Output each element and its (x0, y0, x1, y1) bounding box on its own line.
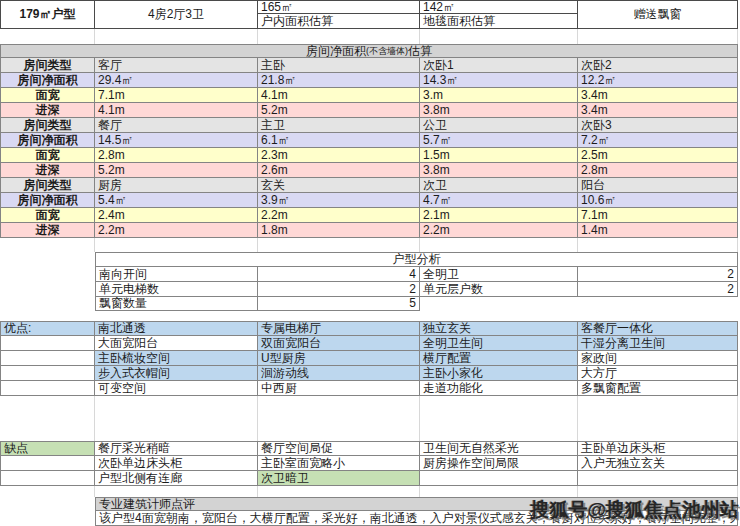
room-depth-cell: 3.8m (420, 103, 578, 118)
pros-item: 多飘窗配置 (578, 381, 738, 396)
pros-item: 中西厨 (258, 381, 420, 396)
room-width-cell: 2.2m (258, 208, 420, 223)
row-label-area: 房间净面积 (0, 193, 95, 208)
empty-cell (0, 351, 95, 366)
gridline (578, 396, 738, 441)
row-label-type: 房间类型 (0, 178, 95, 193)
cons-item: 次卫暗卫 (258, 471, 420, 486)
row-label-width: 面宽 (0, 208, 95, 223)
room-type-cell: 客厅 (95, 58, 258, 73)
room-depth-cell: 5.2m (258, 103, 420, 118)
room-width-cell: 4.1m (258, 88, 420, 103)
indoor-area-label-cell: 户内面积估算 (258, 14, 420, 29)
analysis-value-cell: 2 (578, 282, 738, 297)
analysis-label-cell: 南向开间 (95, 267, 258, 282)
room-area-cell: 4.7㎡ (420, 193, 578, 208)
pros-label-cell: 优点: (0, 321, 95, 336)
analysis-value-cell: 2 (258, 282, 420, 297)
room-type-cell: 主卫 (258, 118, 420, 133)
room-area-cell: 6.1㎡ (258, 133, 420, 148)
cons-item: 主卧单边床头柜 (578, 441, 738, 456)
cons-item: 主卧室面宽略小 (258, 456, 420, 471)
row-label-area: 房间净面积 (0, 73, 95, 88)
room-depth-cell: 5.2m (95, 163, 258, 178)
row-label-type: 房间类型 (0, 118, 95, 133)
empty-cell (0, 471, 95, 486)
room-depth-cell: 2.8m (578, 163, 738, 178)
cons-label-cell: 缺点 (0, 441, 95, 456)
empty-cell (0, 381, 95, 396)
cons-item: 餐厅采光稍暗 (95, 441, 258, 456)
room-width-cell: 2.3m (258, 148, 420, 163)
row-label-type: 房间类型 (0, 58, 95, 73)
pros-item: U型厨房 (258, 351, 420, 366)
gridline (420, 29, 578, 44)
empty-cell (0, 366, 95, 381)
empty-cell (420, 471, 578, 486)
gridline (0, 238, 95, 252)
room-area-cell: 5.4㎡ (95, 193, 258, 208)
room-width-cell: 7.1m (578, 208, 738, 223)
gridline (95, 486, 258, 497)
room-width-cell: 2.8m (95, 148, 258, 163)
pros-item: 主卧梳妆空间 (95, 351, 258, 366)
room-area-cell: 14.5㎡ (95, 133, 258, 148)
pros-item: 大面宽阳台 (95, 336, 258, 351)
bonus-cell: 赠送飘窗 (578, 0, 738, 29)
room-width-cell: 2.4m (95, 208, 258, 223)
room-type-cell: 玄关 (258, 178, 420, 193)
empty-cell (0, 456, 95, 471)
room-area-cell: 5.7㎡ (420, 133, 578, 148)
gridline (0, 486, 95, 497)
indoor-area-value-cell: 165㎡ (258, 0, 420, 14)
empty-cell (0, 336, 95, 351)
room-width-cell: 3.m (420, 88, 578, 103)
pros-item: 独立玄关 (420, 321, 578, 336)
room-type-cell: 主卧 (258, 58, 420, 73)
gridline (420, 238, 578, 252)
pros-item: 家政间 (578, 351, 738, 366)
room-width-cell: 1.5m (420, 148, 578, 163)
room-table-header-prefix: 房间净面积 (306, 45, 366, 58)
room-table-header-suffix: 估算 (408, 45, 432, 58)
room-area-cell: 21.8㎡ (258, 73, 420, 88)
row-label-width: 面宽 (0, 148, 95, 163)
pros-item: 干湿分离卫生间 (578, 336, 738, 351)
room-width-cell: 2.1m (420, 208, 578, 223)
gridline (0, 396, 95, 441)
room-depth-cell: 3.8m (420, 163, 578, 178)
cons-item: 卫生间无自然采光 (420, 441, 578, 456)
room-area-cell: 10.6㎡ (578, 193, 738, 208)
floorplan-spec-sheet: 179㎡户型 4房2厅3卫 165㎡ 户内面积估算 142㎡ 地毯面积估算 赠送… (0, 0, 740, 526)
gridline (578, 238, 738, 252)
room-depth-cell: 2.6m (258, 163, 420, 178)
cons-item: 户型北侧有连廊 (95, 471, 258, 486)
pros-item: 专属电梯厅 (258, 321, 420, 336)
room-depth-cell: 2.2m (95, 223, 258, 238)
layout-cell: 4房2厅3卫 (95, 0, 258, 29)
analysis-label-cell: 飘窗数量 (95, 297, 258, 311)
room-width-cell: 7.1m (95, 88, 258, 103)
gridline (258, 396, 420, 441)
analysis-value-cell: 2 (578, 267, 738, 282)
empty-cell (578, 471, 738, 486)
gridline (420, 396, 578, 441)
room-type-cell: 厨房 (95, 178, 258, 193)
pros-item: 双面宽阳台 (258, 336, 420, 351)
cons-item: 次卧单边床头柜 (95, 456, 258, 471)
room-type-cell: 次卧3 (578, 118, 738, 133)
row-label-depth: 进深 (0, 163, 95, 178)
analysis-label-cell: 全明卫 (420, 267, 578, 282)
room-type-cell: 次卧2 (578, 58, 738, 73)
unit-title-cell: 179㎡户型 (0, 0, 95, 29)
cons-item: 厨房操作空间局限 (420, 456, 578, 471)
room-width-cell: 2.5m (578, 148, 738, 163)
pros-item: 步入式衣帽间 (95, 366, 258, 381)
gridline (0, 29, 95, 44)
analysis-value-cell: 5 (258, 297, 420, 311)
row-label-width: 面宽 (0, 88, 95, 103)
carpet-area-label-cell: 地毯面积估算 (420, 14, 578, 29)
analysis-label-cell: 单元电梯数 (95, 282, 258, 297)
room-area-cell: 3.9㎡ (258, 193, 420, 208)
pros-item: 大方厅 (578, 366, 738, 381)
